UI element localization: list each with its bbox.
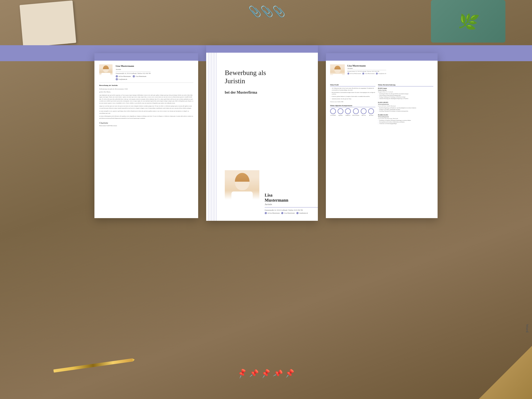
center-contacts: in /in/Lisa-Mustermann X /Lisa-Musterman… — [265, 212, 318, 214]
ref-text: Stellenanzeige auf jojobs.de, Referenznu… — [99, 88, 193, 90]
email-row: @ Lisa@name.de — [116, 78, 151, 80]
job-entry-3: 09.2006–03.2011 Wirtschaftsjuristin Law … — [378, 114, 433, 124]
profile-bullet-3: In meiner größten Stärken ist, komplexe … — [330, 96, 375, 98]
skill-circle-legalvisio — [338, 108, 343, 114]
profile-bullet-4: Außerdem arbeite ich sehr gern im Team. — [330, 98, 375, 100]
avatar-figure — [99, 64, 113, 80]
skill-label-legalvisio: Legalvisio — [338, 115, 343, 116]
profile-bullet-1: Als Volljuristin habe ich im Laufe meine… — [330, 88, 375, 91]
signature: Charlotte — [99, 121, 193, 125]
center-xing-text: /Lisa-Mustermann — [284, 212, 295, 214]
right-hair — [334, 66, 341, 69]
address: Fantasiestraße 14, 33114 Großstadt | Tel… — [116, 72, 151, 75]
header-divider — [99, 82, 193, 83]
linkedin-icon: in — [116, 75, 118, 77]
xing-link: X /Lisa-Mustermann — [133, 75, 146, 77]
wood-corner — [479, 346, 532, 399]
cv-title: Juristin — [347, 67, 386, 69]
cover-letter-doc: Lisa Mustermann Juristin Fantasiestraße … — [94, 53, 198, 218]
born-date: Geboren am: 04.04.1980 — [330, 101, 375, 102]
skill-actaport: ACTAPORT — [330, 108, 336, 116]
pencil — [53, 358, 133, 373]
center-main: Bewerbung als Juristin bei der Musterfir… — [206, 53, 318, 111]
center-email-icon: @ — [296, 212, 298, 214]
skills-circles: ACTAPORT Legalvisio WinMACS — [330, 108, 375, 116]
paperclips: 📎📎📎 — [248, 5, 284, 18]
bottom-items: 📌 📌 📌 📌 📌 — [0, 314, 532, 399]
job-1-bullet-4: Juristische Beratung und vollumfängliche… — [378, 98, 433, 99]
cv-name-block: Lisa Mustermann Juristin Fantasiestraße … — [347, 64, 386, 74]
xing-text: /Lisa-Mustermann — [135, 76, 146, 78]
skill-circle-winmacs — [345, 108, 351, 114]
job-3-date: 09.2006–03.2011 — [378, 114, 433, 116]
center-email: @ Lisa@name.de — [296, 212, 308, 214]
cover-letter-content: Lisa Mustermann Juristin Fantasiestraße … — [94, 61, 198, 130]
doc-top-stripe-left — [94, 53, 198, 61]
center-xing-icon: X — [281, 212, 283, 214]
job-entry-2: 04.2011–08.2015 Wirtschaftsjuristin Lief… — [378, 102, 433, 112]
title-line2: Juristin — [225, 77, 245, 85]
pushpin-3: 📌 — [261, 368, 271, 379]
center-email-text: Lisa@name.de — [299, 212, 308, 214]
pushpin-2: 📌 — [249, 369, 259, 378]
skill-label-word: MS Word — [369, 115, 373, 116]
cv-linkedin-text: /in/Lisa-Mustermann — [350, 73, 361, 74]
center-hair — [235, 173, 250, 182]
body-para2: ompos nec aut laut quia sore sum viste p… — [99, 105, 193, 109]
job-2-company: Liefern & Freuen GmbH, Mittelstadt — [378, 105, 433, 107]
right-avatar-inner — [330, 64, 345, 82]
center-head — [235, 173, 250, 190]
plant-leaves: 🌿 — [456, 10, 480, 33]
cv-left-column: Mein Profil Als Volljuristin habe ich im… — [330, 84, 375, 127]
center-body — [231, 192, 253, 205]
center-divider — [265, 207, 318, 207]
job-1-date: 09.2015–heute — [378, 88, 433, 89]
cv-xing-text: /Lisa-Mustermann — [365, 73, 375, 74]
job-entry-1: 09.2015–heute Senior-Juristin Zinsglück … — [378, 88, 433, 99]
job-1-title: Senior-Juristin — [378, 89, 433, 91]
body-para3: nt orum utemplit in core, quaenie expil … — [99, 110, 193, 114]
profile-section-header: Mein Profil — [330, 84, 375, 86]
signature-name: Mustermann GmbH Mustermann — [99, 125, 193, 127]
email-link: @ Lisa@name.de — [116, 78, 127, 80]
center-linkedin-text: /in/Lisa-Mustermann — [267, 212, 280, 214]
center-linkedin: in /in/Lisa-Mustermann — [265, 212, 280, 214]
salutation: geehrter Herr Muster, — [99, 91, 193, 93]
job-1-company: Zinsglück Bank AG, Großstadt — [378, 91, 433, 93]
linkedin-link: in /in/Lisa-Mustermann — [116, 75, 131, 77]
title-page-doc: Bewerbung als Juristin bei der Musterfir… — [206, 45, 318, 221]
cv-contacts: in /in/Lisa-Mustermann X /Lisa-Musterman… — [347, 73, 386, 74]
notebook — [19, 1, 76, 48]
center-name-block: Lisa Mustermann Juristin Fantasiestraße … — [265, 193, 318, 215]
bewerbung-title: Bewerbung als Juristin — [225, 69, 310, 85]
top-decorations: 🌿 📎📎📎 — [0, 0, 532, 48]
cv-name: Lisa Mustermann — [347, 64, 386, 67]
letter-section-title: Bewerbung als Juristin — [99, 84, 193, 87]
job-2-bullet-3: Erstellung, Prüfung und Verwaltung von S… — [378, 110, 433, 112]
skill-circle-powerpoint — [353, 108, 359, 114]
cv-xing-icon: X — [362, 73, 364, 74]
skill-label-winmacs: WinMACS — [346, 115, 350, 116]
center-avatar — [225, 170, 259, 215]
skill-label-excel: MS Excel — [362, 115, 366, 116]
job-2-title: Wirtschaftsjuristin — [378, 103, 433, 105]
cv-xing: X /Lisa-Mustermann — [362, 73, 375, 74]
email-icon: @ — [116, 78, 118, 80]
person-name: Lisa Mustermann — [116, 64, 151, 68]
email-text: Lisa@name.de — [118, 78, 127, 81]
pushpin-5: 📌 — [285, 369, 295, 378]
center-avatar-inner — [225, 170, 259, 215]
avatar-head — [103, 65, 109, 72]
pushpin-1: 📌 — [236, 368, 248, 379]
cv-email-text: Lisa@name.de — [378, 73, 386, 74]
cv-header: Lisa Mustermann Juristin Fantasiestraße … — [330, 64, 433, 82]
linkedin-text: /in/Lisa-Mustermann — [118, 76, 131, 78]
skill-powerpoint: MS PowerPoint — [352, 108, 359, 116]
center-name: Lisa Mustermann — [265, 193, 318, 203]
center-xing: X /Lisa-Mustermann — [281, 212, 295, 214]
skill-circle-word — [368, 108, 374, 114]
job-2-date: 04.2011–08.2015 — [378, 102, 433, 103]
doc-header-section: Lisa Mustermann Juristin Fantasiestraße … — [99, 64, 193, 80]
skill-excel: MS Excel — [361, 108, 367, 116]
center-address: Fantasiestraße 14, 33114 Großstadt | Tel… — [265, 209, 318, 211]
